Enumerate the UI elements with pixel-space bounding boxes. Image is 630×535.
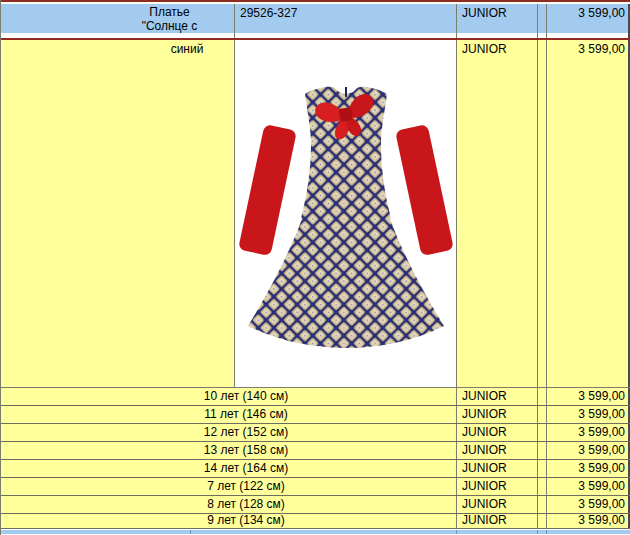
product-name-cell[interactable]: Платье "Солнце с xyxy=(0,4,235,33)
size-row: 14 лет (164 см) JUNIOR 3 599,00 xyxy=(0,460,630,478)
color-variant-row: синий xyxy=(0,40,630,388)
product-name-line2: "Солнце с xyxy=(142,19,198,33)
size-label: 12 лет (152 см) xyxy=(204,425,288,439)
color-name-cell[interactable]: синий xyxy=(0,40,235,387)
price-value: 3 599,00 xyxy=(578,389,625,403)
spacer-column-cell xyxy=(538,40,547,387)
spacer-column-cell xyxy=(538,460,547,477)
spacer-column-cell xyxy=(538,424,547,441)
spacer-column-cell xyxy=(538,388,547,405)
product-photo xyxy=(235,40,457,387)
size-cell[interactable]: 9 лет (134 см) xyxy=(0,514,457,528)
size-row: 7 лет (122 см) JUNIOR 3 599,00 xyxy=(0,478,630,496)
brand-label: JUNIOR xyxy=(462,479,507,493)
brand-label: JUNIOR xyxy=(462,461,507,475)
brand-cell[interactable]: JUNIOR xyxy=(457,496,538,513)
gap-cell xyxy=(0,33,235,38)
brand-label: JUNIOR xyxy=(462,407,507,421)
price-cell[interactable]: 3 599,00 xyxy=(547,514,630,528)
size-row: 9 лет (134 см) JUNIOR 3 599,00 xyxy=(0,514,630,529)
price-list-sheet: Платье "Солнце с 29526-327 JUNIOR 3 599,… xyxy=(0,0,630,535)
next-row-blue-strip xyxy=(0,530,630,534)
price-cell[interactable]: 3 599,00 xyxy=(547,442,630,459)
price-cell[interactable]: 3 599,00 xyxy=(547,40,630,387)
brand-cell[interactable]: JUNIOR xyxy=(457,406,538,423)
left-grid-line xyxy=(0,0,1,535)
brand-label: JUNIOR xyxy=(462,425,507,439)
article-number: 29526-327 xyxy=(240,6,297,20)
size-row: 11 лет (146 см) JUNIOR 3 599,00 xyxy=(0,406,630,424)
size-label: 13 лет (158 см) xyxy=(204,443,288,457)
grid-tick xyxy=(456,530,457,534)
next-row-sliver xyxy=(0,529,630,534)
brand-cell[interactable]: JUNIOR xyxy=(457,424,538,441)
size-cell[interactable]: 12 лет (152 см) xyxy=(0,424,457,441)
size-cell[interactable]: 14 лет (164 см) xyxy=(0,460,457,477)
spacer-column-cell xyxy=(538,478,547,495)
spacer-column-cell xyxy=(538,514,547,528)
size-label: 7 лет (122 см) xyxy=(207,479,285,493)
product-name-line1: Платье xyxy=(149,5,189,19)
brand-cell[interactable]: JUNIOR xyxy=(457,460,538,477)
price-cell[interactable]: 3 599,00 xyxy=(547,460,630,477)
price-value: 3 599,00 xyxy=(578,425,625,439)
size-cell[interactable]: 11 лет (146 см) xyxy=(0,406,457,423)
grid-tick xyxy=(546,530,547,534)
brand-cell[interactable]: JUNIOR xyxy=(457,40,538,387)
grid-tick xyxy=(537,530,538,534)
brand-label: JUNIOR xyxy=(462,514,507,527)
brand-cell[interactable]: JUNIOR xyxy=(457,514,538,528)
brand-cell[interactable]: JUNIOR xyxy=(457,388,538,405)
size-row: 10 лет (140 см) JUNIOR 3 599,00 xyxy=(0,388,630,406)
spacer-column-cell xyxy=(538,406,547,423)
price-cell[interactable]: 3 599,00 xyxy=(547,496,630,513)
price-value: 3 599,00 xyxy=(578,42,625,56)
price-value: 3 599,00 xyxy=(578,407,625,421)
size-label: 9 лет (134 см) xyxy=(207,514,285,527)
size-cell[interactable]: 7 лет (122 см) xyxy=(0,478,457,495)
color-name: синий xyxy=(171,42,204,56)
size-label: 10 лет (140 см) xyxy=(204,389,288,403)
size-cell[interactable]: 8 лет (128 см) xyxy=(0,496,457,513)
spacer-column-cell xyxy=(538,4,547,33)
price-cell[interactable]: 3 599,00 xyxy=(547,424,630,441)
gap-cell xyxy=(538,33,547,38)
brand-label: JUNIOR xyxy=(462,443,507,457)
size-row: 13 лет (158 см) JUNIOR 3 599,00 xyxy=(0,442,630,460)
brand-label: JUNIOR xyxy=(462,497,507,511)
photo-cell[interactable] xyxy=(235,40,457,387)
price-cell[interactable]: 3 599,00 xyxy=(547,388,630,405)
brand-cell[interactable]: JUNIOR xyxy=(457,442,538,459)
price-value: 3 599,00 xyxy=(578,6,625,20)
dress-illustration xyxy=(235,40,457,387)
spacer-column-cell xyxy=(538,442,547,459)
gap-cell xyxy=(457,33,538,38)
price-cell[interactable]: 3 599,00 xyxy=(547,478,630,495)
size-label: 8 лет (128 см) xyxy=(207,497,285,511)
price-value: 3 599,00 xyxy=(578,514,625,527)
product-header-row: Платье "Солнце с 29526-327 JUNIOR 3 599,… xyxy=(0,4,630,33)
size-cell[interactable]: 10 лет (140 см) xyxy=(0,388,457,405)
gap-cell xyxy=(547,33,630,38)
grid-tick xyxy=(190,530,191,534)
size-label: 11 лет (146 см) xyxy=(204,407,288,421)
size-row: 12 лет (152 см) JUNIOR 3 599,00 xyxy=(0,424,630,442)
header-underline-gap xyxy=(0,33,630,38)
brand-label: JUNIOR xyxy=(462,389,507,403)
size-label: 14 лет (164 см) xyxy=(204,461,288,475)
brand-cell[interactable]: JUNIOR xyxy=(457,4,538,33)
price-value: 3 599,00 xyxy=(578,461,625,475)
gap-cell xyxy=(235,33,457,38)
article-cell[interactable]: 29526-327 xyxy=(235,4,457,33)
brand-label: JUNIOR xyxy=(462,6,507,20)
price-cell[interactable]: 3 599,00 xyxy=(547,4,630,33)
brand-cell[interactable]: JUNIOR xyxy=(457,478,538,495)
price-value: 3 599,00 xyxy=(578,443,625,457)
size-row: 8 лет (128 см) JUNIOR 3 599,00 xyxy=(0,496,630,514)
price-value: 3 599,00 xyxy=(578,479,625,493)
size-cell[interactable]: 13 лет (158 см) xyxy=(0,442,457,459)
price-cell[interactable]: 3 599,00 xyxy=(547,406,630,423)
brand-label: JUNIOR xyxy=(462,42,507,56)
price-value: 3 599,00 xyxy=(578,497,625,511)
spacer-column-cell xyxy=(538,496,547,513)
